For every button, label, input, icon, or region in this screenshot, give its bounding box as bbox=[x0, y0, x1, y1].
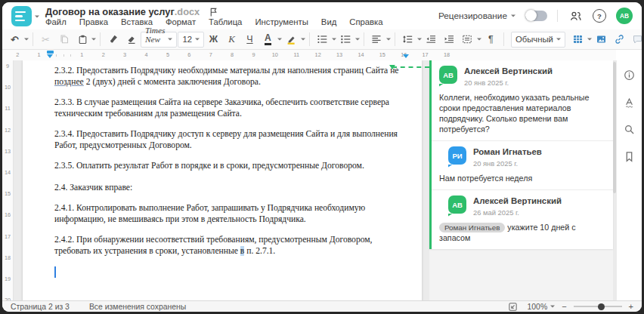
search-icon[interactable] bbox=[622, 122, 637, 137]
ruler-number: 17 bbox=[2, 233, 13, 254]
paragraph-2-3-5: 2.3.5. Оплатить результат Работ в порядк… bbox=[54, 160, 405, 171]
align-button[interactable] bbox=[368, 31, 385, 48]
paragraph-shading-caret-icon[interactable] bbox=[477, 38, 481, 43]
menu-item[interactable]: Вид bbox=[321, 17, 336, 26]
font-color-button[interactable]: А bbox=[259, 31, 277, 48]
ruler-number: 7 bbox=[200, 50, 221, 60]
user-avatar[interactable]: АВ bbox=[616, 8, 633, 24]
line-spacing-button[interactable] bbox=[399, 31, 416, 48]
comment[interactable]: РИ Роман Игнатьев 20 янв 2025 г. Нам пот… bbox=[432, 140, 613, 189]
comment[interactable]: АВ Алексей Вертинский 26 май 2025 г. Ром… bbox=[432, 189, 613, 249]
paste-caret-icon[interactable] bbox=[91, 38, 96, 43]
zoom-slider-thumb[interactable] bbox=[598, 303, 605, 310]
highlight-caret-icon[interactable] bbox=[301, 38, 305, 43]
paragraph-style-select[interactable]: Обычный bbox=[511, 32, 565, 48]
undo-caret-icon[interactable] bbox=[24, 38, 29, 43]
align-caret-icon[interactable] bbox=[386, 38, 391, 43]
comment-body: Роман Игнатьев укажите 10 дней с запасом bbox=[439, 222, 605, 243]
bullet-list-button[interactable] bbox=[314, 31, 331, 48]
zoom-level-select[interactable]: 100% bbox=[528, 303, 556, 311]
numbered-list-caret-icon[interactable] bbox=[355, 38, 360, 43]
first-line-indent-marker[interactable] bbox=[47, 51, 54, 54]
font-name-select[interactable]: Times New ... bbox=[141, 32, 177, 48]
document-title-text: Договор на оказание услуг bbox=[45, 6, 175, 17]
divider bbox=[503, 32, 504, 46]
zoom-slider[interactable] bbox=[574, 306, 622, 307]
menu-item[interactable]: Таблица bbox=[209, 17, 242, 26]
format-painter-button[interactable] bbox=[104, 31, 122, 48]
review-mode-button[interactable]: Рецензирование bbox=[438, 11, 516, 21]
zoom-out-button[interactable]: − bbox=[562, 303, 566, 311]
insert-image-button[interactable] bbox=[593, 31, 610, 48]
paragraph-2-4: 2.4. Заказчик вправе: bbox=[54, 182, 405, 193]
comment-author: Алексей Вертинский bbox=[464, 66, 553, 75]
help-icon[interactable]: ? bbox=[593, 9, 606, 23]
ruler-number: 10 bbox=[2, 84, 13, 105]
underline-button[interactable]: Ч bbox=[241, 31, 259, 48]
comment-anchor-icon bbox=[389, 65, 395, 72]
spellcheck-icon[interactable] bbox=[622, 94, 637, 109]
font-color-caret-icon[interactable] bbox=[277, 38, 282, 43]
collaboration-users-icon[interactable] bbox=[568, 8, 583, 23]
undo-button[interactable]: ↶ bbox=[6, 31, 23, 48]
divider bbox=[557, 10, 558, 22]
font-size-select[interactable]: 12 bbox=[178, 32, 204, 48]
increase-indent-button[interactable] bbox=[441, 31, 458, 48]
commented-text[interactable]: позднее bbox=[54, 77, 84, 87]
ruler-number: 15 bbox=[372, 50, 393, 60]
document-page[interactable]: 2.3.2. Предоставить Подрядчику необходим… bbox=[23, 60, 422, 300]
bookmark-icon[interactable] bbox=[622, 149, 637, 164]
divider bbox=[395, 32, 395, 46]
font-size-value: 12 bbox=[182, 35, 192, 44]
menu-item[interactable]: Файл bbox=[45, 17, 67, 26]
highlight-color-button[interactable] bbox=[283, 31, 300, 48]
comment-avatar: РИ bbox=[448, 146, 466, 165]
page-indicator[interactable]: Страница 2 из 3 bbox=[11, 303, 70, 311]
clear-style-button[interactable] bbox=[122, 31, 140, 48]
menu-item[interactable]: Инструменты bbox=[255, 17, 308, 26]
line-spacing-caret-icon[interactable] bbox=[417, 38, 422, 43]
app-window: Договор на оказание услуг.docx ФайлПравк… bbox=[2, 2, 642, 312]
bullet-list-caret-icon[interactable] bbox=[332, 38, 336, 43]
info-icon[interactable] bbox=[622, 67, 637, 82]
zoom-in-button[interactable]: + bbox=[629, 303, 633, 311]
decrease-indent-button[interactable] bbox=[423, 31, 440, 48]
favorite-flag-icon[interactable] bbox=[209, 7, 218, 17]
show-formatting-marks-button[interactable]: ¶ bbox=[482, 31, 500, 48]
ruler-numbers: 21123456789101112131415161718 bbox=[7, 50, 457, 60]
paste-button[interactable] bbox=[73, 31, 91, 48]
document-text[interactable]: 2.3.2. Предоставить Подрядчику необходим… bbox=[54, 65, 405, 300]
insert-table-button[interactable] bbox=[569, 31, 587, 48]
horizontal-ruler[interactable]: 21123456789101112131415161718 bbox=[2, 50, 616, 61]
vertical-ruler[interactable]: 91011121314151617181920 bbox=[2, 60, 14, 300]
menu-item[interactable]: Формат bbox=[166, 17, 196, 26]
menu-item[interactable]: Справка bbox=[349, 17, 382, 26]
comment-meta: Роман Игнатьев 20 янв 2025 г. bbox=[473, 146, 542, 168]
italic-button[interactable]: К bbox=[223, 31, 240, 48]
insert-link-button[interactable] bbox=[611, 31, 628, 48]
comment-text: Коллеги, необходимо указать реальные сро… bbox=[439, 93, 589, 134]
divider bbox=[364, 32, 364, 46]
app-logo[interactable] bbox=[11, 6, 32, 26]
cut-button[interactable]: ✂ bbox=[37, 31, 54, 48]
insert-table-caret-icon[interactable] bbox=[587, 38, 592, 43]
logo-caret-icon[interactable] bbox=[35, 16, 39, 20]
vertical-scrollbar[interactable] bbox=[613, 62, 616, 193]
paragraph-shading-button[interactable] bbox=[459, 31, 476, 48]
comment-thread[interactable]: АВ Алексей Вертинский 20 янв 2025 г. Кол… bbox=[429, 60, 613, 249]
chevron-down-icon bbox=[168, 38, 172, 43]
paragraph-2-4-1: 2.4.1. Контролировать выполнение Работ, … bbox=[54, 202, 405, 225]
zoom-controls: 100% − + bbox=[506, 299, 633, 312]
insert-comment-button[interactable] bbox=[629, 31, 642, 48]
text-cursor bbox=[54, 266, 56, 278]
copy-button[interactable] bbox=[55, 31, 73, 48]
comment-connector-line bbox=[392, 66, 429, 68]
comment[interactable]: АВ Алексей Вертинский 20 янв 2025 г. Кол… bbox=[432, 60, 613, 140]
menu-item[interactable]: Правка bbox=[79, 17, 108, 26]
numbered-list-button[interactable] bbox=[337, 31, 355, 48]
review-toggle[interactable] bbox=[525, 11, 547, 21]
fit-page-icon[interactable] bbox=[506, 299, 521, 312]
font-name-value: Times New ... bbox=[145, 26, 165, 53]
bold-button[interactable]: Ж bbox=[205, 31, 222, 48]
header: Договор на оказание услуг.docx ФайлПравк… bbox=[2, 2, 642, 29]
